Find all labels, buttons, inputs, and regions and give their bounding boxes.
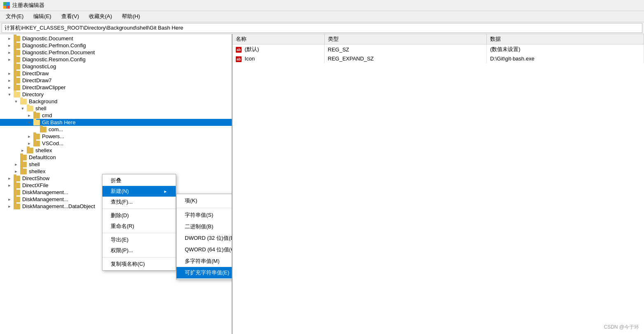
menu-file[interactable]: 文件(E) (3, 12, 26, 21)
tree-arrow-diskmanage1 (7, 190, 12, 195)
submenu-item-string[interactable]: 字符串值(S) (177, 209, 232, 221)
col-data-header: 数据 (487, 34, 644, 44)
tree-arrow-diagnostic-doc (7, 36, 12, 42)
context-menu-rename-label: 重命名(R) (111, 223, 134, 230)
submenu-item-multistring[interactable]: 多字符串值(M) (177, 255, 232, 267)
menu-favorites[interactable]: 收藏夹(A) (86, 12, 114, 21)
tree-arrow-vscod (26, 141, 32, 146)
svg-rect-0 (3, 2, 6, 5)
tree-arrow-directdrawclipper (7, 85, 12, 90)
tree-arrow-diagnostic-log (7, 64, 12, 70)
tree-item-cmd[interactable]: cmd (0, 112, 232, 119)
tree-label-command: com... (49, 126, 63, 132)
folder-icon-shellex-outer (20, 169, 27, 174)
submenu-item-dword[interactable]: DWORD (32 位)值(D) (177, 232, 232, 244)
submenu-item-expandstring[interactable]: 可扩充字符串值(E) (177, 267, 232, 278)
tree-label-shellex-outer: shellex (29, 168, 45, 174)
tree-arrow-diagnostic-perfmon-doc (7, 50, 12, 56)
tree-arrow-directory (7, 92, 12, 97)
row-icon-type: REG_EXPAND_SZ (324, 54, 487, 63)
tree-item-directory[interactable]: Directory (0, 91, 232, 98)
context-menu-new[interactable]: 新建(N) ► (102, 186, 176, 197)
folder-icon-diagnostic-resmon (14, 57, 20, 63)
context-menu-export[interactable]: 导出(E) (102, 234, 176, 245)
menu-help[interactable]: 帮助(H) (119, 12, 142, 21)
tree-arrow-diagnostic-perfmon-config (7, 43, 12, 49)
submenu-arrow-new: ► (163, 189, 167, 194)
tree-item-diagnostic-perfmon-document[interactable]: Diagnostic.Perfmon.Document (0, 49, 232, 56)
context-menu-copy-key[interactable]: 复制项名称(C) (102, 259, 176, 269)
submenu-item-qword[interactable]: QWORD (64 位)值(Q) (177, 244, 232, 255)
tree-item-diagnostic-resmon[interactable]: Diagnostic.Resmon.Config (0, 56, 232, 63)
context-menu-separator2 (102, 233, 176, 233)
context-menu-new-label: 新建(N) (111, 188, 129, 195)
tree-label-git-bash-here: Git Bash Here (42, 119, 76, 125)
tree-label-diagnostic-perfmon-doc: Diagnostic.Perfmon.Document (22, 49, 95, 56)
tree-item-shellex-inner[interactable]: shellex (0, 147, 232, 154)
col-name-header: 名称 (232, 34, 324, 44)
submenu-item-binary[interactable]: 二进制值(B) (177, 221, 232, 232)
tree-label-shellex-inner: shellex (35, 147, 52, 153)
title-bar: 注册表编辑器 (0, 0, 644, 11)
reg-icon-icon: ab (236, 56, 242, 62)
col-type-header: 类型 (324, 34, 487, 44)
tree-label-diagnostic-doc: Diagnostic.Document (22, 35, 73, 42)
tree-item-diagnostic-doc[interactable]: Diagnostic.Document (0, 35, 232, 42)
tree-arrow-directxfile (7, 183, 12, 188)
tree-item-directdraw7[interactable]: DirectDraw7 (0, 77, 232, 84)
tree-label-diagnostic-resmon: Diagnostic.Resmon.Config (22, 56, 86, 63)
menu-bar: 文件(E) 编辑(E) 查看(V) 收藏夹(A) 帮助(H) (0, 11, 644, 22)
context-menu-rename[interactable]: 重命名(R) (102, 221, 176, 232)
context-menu-copy-key-label: 复制项名称(C) (111, 260, 145, 268)
context-menu-delete[interactable]: 删除(D) (102, 210, 176, 221)
menu-edit[interactable]: 编辑(E) (31, 12, 53, 21)
folder-icon-directdrawclipper (14, 85, 20, 90)
tree-label-shell-outer: shell (29, 161, 40, 167)
tree-label-directdraw: DirectDraw (22, 70, 49, 77)
tree-item-vscod[interactable]: VSCod... (0, 140, 232, 147)
app-title: 注册表编辑器 (12, 2, 44, 9)
tree-arrow-directdraw (7, 71, 12, 77)
tree-item-directdrawclipper[interactable]: DirectDrawClipper (0, 84, 232, 91)
row-icon-data: D:\Git\git-bash.exe (487, 54, 644, 63)
submenu-item-key[interactable]: 项(K) (177, 195, 232, 206)
folder-icon-directdraw (14, 71, 20, 77)
tree-arrow-shellex-outer (13, 169, 19, 174)
tree-pane[interactable]: Diagnostic.Document Diagnostic.Perfmon.C… (0, 34, 232, 334)
context-menu-permission[interactable]: 权限(P)... (102, 245, 176, 256)
context-menu: 折叠 新建(N) ► 查找(F)... 删除(D) 重命名(R) 导出(E) 权… (102, 174, 176, 271)
table-row-default[interactable]: ab (默认) REG_SZ (数值未设置) (232, 44, 644, 55)
tree-label-diskmanage3: DiskManagement...DataObject (22, 203, 95, 209)
tree-item-defaulticon[interactable]: DefaultIcon (0, 154, 232, 161)
tree-label-powers: Powers... (42, 133, 64, 139)
tree-label-directdraw7: DirectDraw7 (22, 77, 52, 84)
watermark-text: CSDN @今于环 (604, 324, 639, 330)
folder-icon-directxfile (14, 183, 20, 188)
tree-label-diagnostic-log: DiagnosticLog (22, 63, 56, 70)
app-icon (3, 2, 10, 9)
svg-rect-2 (3, 6, 6, 9)
tree-label-diskmanage1: DiskManagement... (22, 189, 68, 195)
breadcrumb[interactable]: 计算机\HKEY_CLASSES_ROOT\Directory\Backgrou… (2, 23, 642, 33)
tree-item-powers[interactable]: Powers... (0, 133, 232, 140)
tree-item-shell-inner[interactable]: shell (0, 105, 232, 112)
tree-item-diagnostic-log[interactable]: DiagnosticLog (0, 63, 232, 70)
svg-rect-3 (7, 6, 10, 9)
folder-icon-background (20, 99, 27, 104)
tree-item-git-bash-here[interactable]: Git Bash Here (0, 119, 232, 126)
reg-icon-default: ab (236, 47, 242, 53)
tree-item-diagnostic-perfmon-config[interactable]: Diagnostic.Perfmon.Config (0, 42, 232, 49)
tree-item-directdraw[interactable]: DirectDraw (0, 70, 232, 77)
tree-item-shell-outer[interactable]: shell (0, 161, 232, 168)
context-menu-collapse[interactable]: 折叠 (102, 175, 176, 186)
folder-icon-diskmanage3 (14, 204, 20, 209)
tree-label-shell-inner: shell (35, 105, 46, 111)
menu-view[interactable]: 查看(V) (59, 12, 81, 21)
table-row-icon[interactable]: ab Icon REG_EXPAND_SZ D:\Git\git-bash.ex… (232, 54, 644, 63)
main-area: Diagnostic.Document Diagnostic.Perfmon.C… (0, 34, 644, 334)
tree-item-command[interactable]: com... (0, 126, 232, 133)
folder-icon-git-bash-here (33, 120, 40, 125)
context-menu-find[interactable]: 查找(F)... (102, 197, 176, 207)
folder-icon-shell-inner (27, 106, 33, 111)
tree-item-background[interactable]: Background (0, 98, 232, 105)
